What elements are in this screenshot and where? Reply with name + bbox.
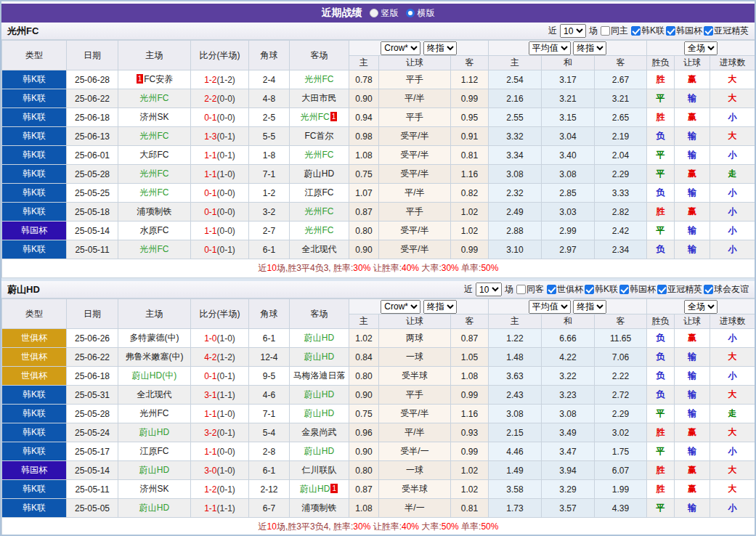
recent-count-select[interactable]: 10 [560,24,586,38]
scope-select[interactable]: 全场 [684,41,718,55]
league-filter-checkbox[interactable]: 球会友谊 [704,283,749,296]
recent-count-select[interactable]: 10 [476,283,502,296]
handicap-result: 输 [675,348,710,367]
red-card-badge: 1 [330,112,338,121]
match-result: 胜 [647,423,675,442]
col-corner: 角球 [249,299,290,329]
match-type-badge: 韩K联 [2,499,67,518]
avg-draw-odds: 3.23 [542,386,595,405]
scope-select[interactable]: 全场 [684,300,718,314]
match-score: 1-3(0-1) [191,127,249,146]
avg-draw-odds: 3.22 [542,367,595,386]
avg-final-select[interactable]: 终指 [573,41,606,55]
avg-select[interactable]: 平均值 [529,300,571,314]
crow-final-select[interactable]: 终指 [423,41,457,55]
team-name-text: 浦项制铁 [137,206,172,216]
checkbox-unchecked-icon[interactable] [601,26,610,36]
checkbox-checked-icon[interactable] [631,26,641,36]
avg-away-odds: 7.06 [595,348,647,367]
match-result: 胜 [647,70,675,89]
match-score: 4-2(1-2) [191,348,249,367]
league-filter-checkbox[interactable]: 韩国杯 [619,283,656,296]
league-filter-checkbox[interactable]: 韩K联 [631,25,664,37]
checkbox-unchecked-icon[interactable] [516,285,526,294]
avg-final-select[interactable]: 终指 [573,300,606,314]
avg-home-odds: 3.10 [489,240,542,259]
summary-text: 大率: [419,263,442,273]
home-team: 全北现代 [118,386,191,405]
team-name-text: 江原FC [140,446,169,456]
league-filter-checkbox[interactable]: 亚冠精英 [657,283,702,296]
checkbox-checked-icon[interactable] [704,26,713,36]
crow-away-odds: 0.99 [451,240,489,259]
goals-result: 小 [710,499,755,518]
match-date: 25-05-28 [67,405,118,423]
away-team: 蔚山HD [290,386,349,405]
match-type-badge: 韩国杯 [2,222,67,240]
league-filter-checkbox[interactable]: 亚冠精英 [704,25,749,37]
bookmaker-select[interactable]: Crow* [381,41,420,55]
same-venue-filter[interactable]: 同客 [516,283,544,296]
avg-draw-odds: 2.85 [542,184,595,203]
checkbox-checked-icon[interactable] [585,285,594,294]
crow-handicap: 受平/半 [379,146,451,165]
crow-away-odds: 0.95 [451,108,489,127]
checkbox-checked-icon[interactable] [657,285,667,294]
crow-final-select[interactable]: 终指 [423,300,457,314]
summary-value: 50% [481,521,498,532]
match-row: 世俱杯25-06-26多特蒙德(中)1-0(1-0)6-1蔚山HD1.02两球0… [2,329,755,348]
avg-draw-odds: 3.03 [542,203,595,222]
checkbox-checked-icon[interactable] [547,285,556,294]
crow-home-odds: 0.90 [349,442,379,461]
avg-home-odds: 3.63 [489,367,542,386]
match-row: 韩K联25-05-11光州FC0-1(0-1)6-1全北现代0.90受平/半0.… [2,240,755,259]
match-score: 1-1(1-0) [191,405,249,423]
team-name-text: 光州FC [140,93,169,103]
match-date: 25-05-24 [67,423,118,442]
summary-value: 30% [353,263,370,273]
corner-score: 4-6 [249,386,290,405]
match-row: 韩K联25-06-281FC安养1-2(1-2)2-4光州FC0.78平手1.1… [2,70,755,89]
match-row: 世俱杯25-06-18蔚山HD(中)0-1(0-1)9-5马梅洛迪日落0.80受… [2,367,755,386]
match-date: 25-06-13 [67,127,118,146]
avg-home-odds: 2.15 [489,423,542,442]
match-date: 25-05-28 [67,165,118,184]
match-type-badge: 韩K联 [2,203,67,222]
team-name-text: 蔚山HD [139,427,169,437]
league-filter-checkbox[interactable]: 世俱杯 [547,283,583,296]
avg-away-odds: 11.65 [595,329,647,348]
avg-away-odds: 2.42 [595,222,647,240]
avg-away-odds: 3.02 [595,423,647,442]
bookmaker-select[interactable]: Crow* [381,300,420,314]
same-venue-filter[interactable]: 同主 [601,25,628,37]
radio-unchecked-icon[interactable] [370,9,378,17]
match-result: 平 [647,442,675,461]
team-name-text: 全北现代 [302,244,337,254]
goals-result: 小 [710,329,755,348]
crow-home-odds: 0.98 [349,127,379,146]
crow-handicap: 平/半 [379,423,451,442]
handicap-result: 赢 [675,480,710,499]
league-filter-checkbox[interactable]: 韩国杯 [666,25,702,37]
checkbox-checked-icon[interactable] [619,285,629,294]
radio-checked-icon[interactable] [406,9,415,17]
checkbox-checked-icon[interactable] [704,285,713,294]
match-row: 韩K联25-05-31全北现代3-1(1-1)4-6蔚山HD0.90平手0.99… [2,386,755,405]
away-team: 光州FC [290,146,349,165]
layout-radio-vertical[interactable]: 竖版 [370,7,399,20]
match-type-badge: 世俱杯 [2,367,67,386]
team-name-text: 金泉尚武 [302,427,337,437]
layout-radio-horizontal[interactable]: 横版 [406,7,435,20]
team-name-text: 蔚山HD [300,484,330,494]
avg-select[interactable]: 平均值 [529,41,571,55]
handicap-result: 输 [675,89,710,108]
checkbox-checked-icon[interactable] [666,26,675,36]
handicap-result: 输 [675,499,710,518]
crow-home-odds: 1.07 [349,184,379,203]
league-filter-checkbox[interactable]: 韩K联 [585,283,618,296]
team2-name: 蔚山HD [7,283,40,296]
avg-draw-odds: 3.47 [542,442,595,461]
summary-value: 40% [402,263,419,273]
home-team: 弗鲁米嫩塞(中) [118,348,191,367]
corner-score: 2-8 [249,442,290,461]
